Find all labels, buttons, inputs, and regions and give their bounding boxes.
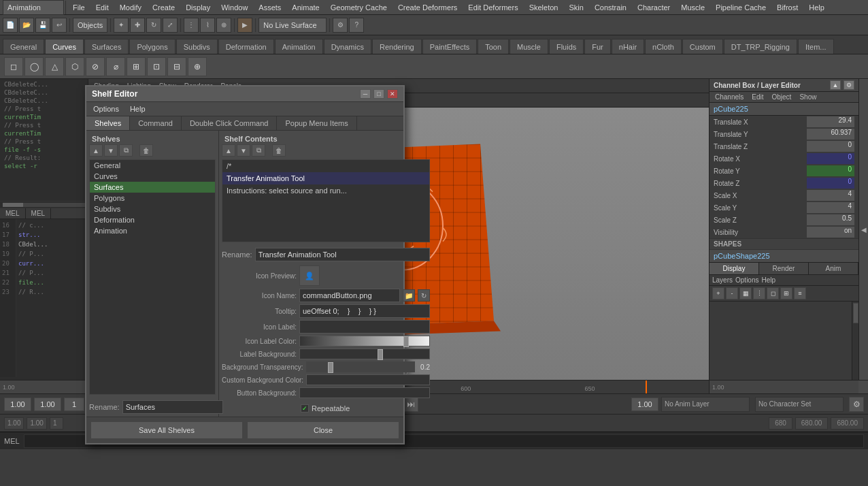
se-delete-btn[interactable]: 🗑 xyxy=(139,144,153,157)
cb-layer-icon-4[interactable]: ⋮ xyxy=(753,287,765,299)
menu-character[interactable]: Character xyxy=(632,2,675,13)
cb-minimize-btn[interactable]: ▲ xyxy=(830,80,841,90)
shelf-tab-deformation[interactable]: Deformation xyxy=(218,39,274,54)
shelf-tab-custom[interactable]: Custom xyxy=(682,39,723,54)
anim-layer-display[interactable]: No Anim Layer xyxy=(661,397,750,412)
shelf-tab-ncloth[interactable]: nCloth xyxy=(645,39,682,54)
se-close-btn[interactable]: ✕ xyxy=(387,89,398,99)
shelf-tab-muscle[interactable]: Muscle xyxy=(510,39,548,54)
se-shelf-subdivs[interactable]: Subdivs xyxy=(90,204,215,214)
mel-tab-1[interactable]: MEL xyxy=(0,208,26,218)
se-c-delete-btn[interactable]: 🗑 xyxy=(272,144,286,157)
start-frame-input[interactable] xyxy=(4,398,31,411)
live-surface-label[interactable]: No Live Surface xyxy=(258,18,327,33)
se-shelf-polygons[interactable]: Polygons xyxy=(90,193,215,204)
shelf-tab-rendering[interactable]: Rendering xyxy=(372,39,422,54)
menu-skeleton[interactable]: Skeleton xyxy=(524,2,564,13)
cb-layers-menu[interactable]: Layers xyxy=(712,276,733,284)
menu-help[interactable]: Help xyxy=(803,2,830,13)
se-custom-bg-color[interactable] xyxy=(306,374,430,385)
end-frame-input[interactable] xyxy=(34,398,61,411)
se-tab-double-click[interactable]: Double Click Command xyxy=(182,116,278,130)
se-shelves-rename-input[interactable] xyxy=(122,400,223,414)
se-shelf-curves[interactable]: Curves xyxy=(90,171,215,182)
se-content-item-2[interactable]: Transfer Animation Tool xyxy=(222,172,429,184)
menu-bifrost[interactable]: Bifrost xyxy=(771,2,803,13)
menu-animate[interactable]: Animate xyxy=(286,2,324,13)
playback-speed-input[interactable] xyxy=(631,398,658,411)
se-move-down-btn[interactable]: ▼ xyxy=(104,144,118,157)
shelf-tab-curves[interactable]: Curves xyxy=(45,39,84,54)
shelf-tab-surfaces[interactable]: Surfaces xyxy=(84,39,129,54)
se-tooltip-input[interactable] xyxy=(299,304,430,318)
frame-range-end[interactable]: 1.00 xyxy=(27,417,46,430)
mode-dropdown[interactable]: Animation xyxy=(3,0,64,15)
shelf-icon-2[interactable]: ◯ xyxy=(24,57,44,76)
se-content-item-3[interactable]: Instructions: select source and run... xyxy=(222,184,429,197)
se-tab-command[interactable]: Command xyxy=(130,116,182,130)
menu-muscle[interactable]: Muscle xyxy=(675,2,710,13)
frame-display-1[interactable]: 680 xyxy=(769,417,792,430)
scale-tool-btn[interactable]: ⤢ xyxy=(163,18,178,33)
cb-layer-icon-7[interactable]: ≡ xyxy=(794,287,806,299)
cb-layer-icon-5[interactable]: ◻ xyxy=(767,287,779,299)
shelf-tab-dynamics[interactable]: Dynamics xyxy=(324,39,371,54)
shelf-icon-10[interactable]: ⊕ xyxy=(188,57,207,76)
se-minimize-btn[interactable]: ─ xyxy=(360,89,371,99)
shelf-tab-general[interactable]: General xyxy=(3,39,44,54)
current-frame-input[interactable]: 1 xyxy=(50,417,63,430)
help-btn[interactable]: ? xyxy=(349,18,364,33)
cb-object-menu[interactable]: Object xyxy=(769,93,795,101)
se-help-menu[interactable]: Help xyxy=(126,103,150,114)
se-reload-icon-btn[interactable]: ↻ xyxy=(418,289,430,302)
menu-create-deformers[interactable]: Create Deformers xyxy=(393,2,463,13)
menu-edit-deformers[interactable]: Edit Deformers xyxy=(463,2,523,13)
menu-window[interactable]: Window xyxy=(216,2,253,13)
se-icon-label-input[interactable] xyxy=(299,320,430,334)
se-icon-label-color-bar[interactable] xyxy=(299,336,430,346)
snap-curve-btn[interactable]: ⌇ xyxy=(200,18,215,33)
se-shelf-surfaces[interactable]: Surfaces xyxy=(90,182,215,193)
playback-start-input[interactable] xyxy=(64,398,84,411)
se-content-item-1[interactable]: /* xyxy=(222,160,429,172)
shelf-icon-4[interactable]: ⬡ xyxy=(65,57,84,76)
shelf-tab-animation[interactable]: Animation xyxy=(275,39,323,54)
shelf-icon-9[interactable]: ⊟ xyxy=(167,57,186,76)
shelf-icon-6[interactable]: ⌀ xyxy=(106,57,125,76)
se-c-move-up-btn[interactable]: ▲ xyxy=(222,144,235,157)
menu-skin[interactable]: Skin xyxy=(563,2,588,13)
snap-point-btn[interactable]: ⊕ xyxy=(216,18,231,33)
shelf-tab-dt[interactable]: DT_TRP_Rigging xyxy=(724,39,797,54)
cb-channels-menu[interactable]: Channels xyxy=(712,93,746,101)
cb-options-menu[interactable]: Options xyxy=(735,276,758,284)
se-bg-transparency-slider[interactable] xyxy=(306,361,416,372)
cb-tab-render[interactable]: Render xyxy=(759,263,809,274)
undo-btn[interactable]: ↩ xyxy=(52,18,67,33)
se-icon-name-input[interactable] xyxy=(299,289,400,302)
se-save-btn[interactable]: Save All Shelves xyxy=(90,421,243,439)
cb-layer-icon-6[interactable]: ⊞ xyxy=(780,287,792,299)
character-set-display[interactable]: No Character Set xyxy=(755,397,844,412)
shelf-tab-painteffects[interactable]: PaintEffects xyxy=(422,39,478,54)
se-c-move-down-btn[interactable]: ▼ xyxy=(237,144,250,157)
new-scene-btn[interactable]: 📄 xyxy=(3,18,18,33)
menu-edit[interactable]: Edit xyxy=(90,2,114,13)
se-shelf-deformation[interactable]: Deformation xyxy=(90,214,215,225)
menu-display[interactable]: Display xyxy=(180,2,216,13)
menu-constrain[interactable]: Constrain xyxy=(589,2,632,13)
menu-file[interactable]: File xyxy=(67,2,90,13)
se-tab-popup[interactable]: Popup Menu Items xyxy=(277,116,356,130)
shelf-tab-nhair[interactable]: nHair xyxy=(612,39,644,54)
objects-label[interactable]: Objects xyxy=(73,18,107,33)
se-button-bg-color[interactable] xyxy=(299,387,430,398)
shelf-icon-5[interactable]: ⊘ xyxy=(86,57,105,76)
se-maximize-btn[interactable]: □ xyxy=(373,89,384,99)
shelf-icon-8[interactable]: ⊡ xyxy=(147,57,166,76)
menu-assets[interactable]: Assets xyxy=(253,2,286,13)
cb-settings-btn[interactable]: ⚙ xyxy=(844,80,854,90)
menu-create[interactable]: Create xyxy=(147,2,180,13)
se-close-dialog-btn[interactable]: Close xyxy=(247,421,399,439)
se-c-copy-btn[interactable]: ⧉ xyxy=(252,144,265,157)
cb-show-menu[interactable]: Show xyxy=(797,93,819,101)
se-shelf-animation[interactable]: Animation xyxy=(90,225,215,236)
